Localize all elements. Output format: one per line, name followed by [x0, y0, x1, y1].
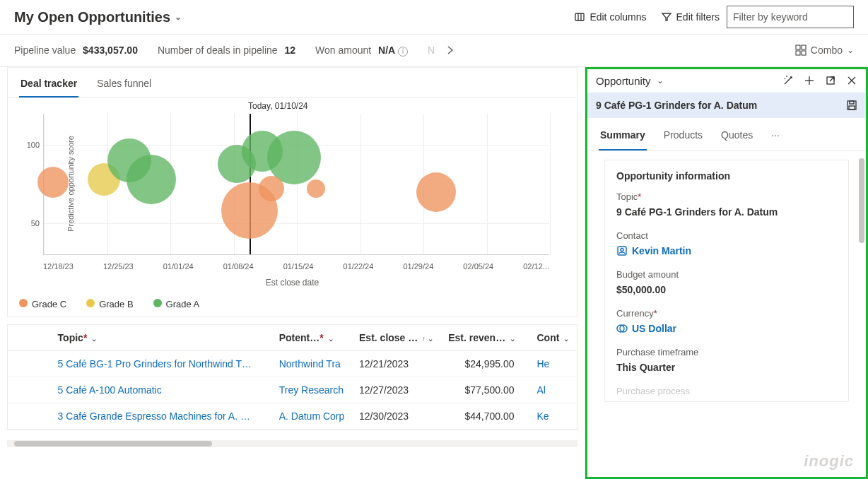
popout-icon[interactable] — [825, 75, 836, 86]
view-mode-selector[interactable]: Combo ⌄ — [795, 45, 854, 56]
legend-item[interactable]: Grade B — [86, 299, 133, 309]
today-label: Today, 01/10/24 — [248, 101, 308, 111]
field-label: Contact — [616, 230, 837, 241]
metric-pipeline: Pipeline value $433,057.00 — [14, 45, 138, 56]
chevron-down-icon[interactable]: ⌄ — [657, 76, 664, 85]
bubble-point[interactable] — [127, 155, 176, 204]
chart-legend: Grade CGrade BGrade A — [8, 292, 577, 317]
panel-tabs: Summary Products Quotes ··· — [587, 118, 866, 151]
next-arrow-icon[interactable] — [445, 45, 455, 55]
field-contact[interactable]: Contact Kevin Martin — [616, 230, 837, 256]
bubble-point[interactable] — [259, 176, 284, 201]
svg-marker-3 — [662, 13, 671, 20]
column-header[interactable]: Topic* ⌄ — [52, 325, 274, 351]
field-budget[interactable]: Budget amount $50,000.00 — [616, 269, 837, 295]
x-tick: 12/25/23 — [103, 262, 134, 271]
metric-next: N — [428, 45, 435, 56]
legend-item[interactable]: Grade A — [153, 299, 200, 309]
cell-close: 12/30/2023 — [353, 403, 442, 429]
cell-contact[interactable]: Ke — [531, 403, 577, 429]
x-tick: 01/01/24 — [163, 262, 194, 271]
panel-tab-products[interactable]: Products — [662, 125, 704, 150]
panel-tab-summary[interactable]: Summary — [599, 125, 647, 150]
metrics-bar: Pipeline value $433,057.00 Number of dea… — [0, 35, 868, 67]
record-title-bar: 9 Café PG-1 Grinders for A. Datum — [587, 93, 866, 118]
chart-tabs: Deal tracker Sales funnel — [8, 68, 577, 98]
cell-revenue: $24,995.00 — [442, 350, 531, 377]
columns-icon — [574, 11, 585, 23]
field-value: $50,000.00 — [616, 284, 666, 295]
column-header[interactable]: Est. close … ↑ ⌄ — [353, 325, 442, 351]
field-timeframe[interactable]: Purchase timeframe This Quarter — [616, 347, 837, 373]
cell-contact[interactable]: Al — [531, 377, 577, 403]
metric-value: 12 — [284, 45, 295, 56]
wand-icon[interactable] — [782, 75, 794, 86]
bubble-point[interactable] — [416, 172, 456, 212]
column-header[interactable]: Est. reven… ⌄ — [442, 325, 531, 351]
bubble-point[interactable] — [307, 179, 325, 198]
panel-tab-more[interactable]: ··· — [770, 125, 781, 150]
edit-filters-button[interactable]: Edit filters — [654, 7, 727, 27]
svg-rect-6 — [796, 51, 800, 55]
field-label: Currency — [616, 308, 654, 319]
bubble-chart: Today, 01/10/24 Predictive opportunity s… — [8, 98, 577, 292]
cell-customer[interactable]: A. Datum Corp — [274, 403, 353, 429]
field-currency[interactable]: Currency* US Dollar — [616, 308, 837, 334]
cell-customer[interactable]: Northwind Tra — [274, 350, 353, 377]
svg-rect-5 — [802, 45, 806, 49]
panel-entity-label: Opportunity — [596, 75, 651, 87]
info-icon[interactable]: i — [398, 47, 408, 57]
field-value: Kevin Martin — [632, 245, 691, 256]
y-tick: 50 — [31, 219, 40, 227]
currency-icon — [616, 323, 628, 334]
cell-revenue: $77,500.00 — [442, 377, 531, 403]
tab-sales-funnel[interactable]: Sales funnel — [95, 72, 153, 97]
column-header[interactable]: Cont ⌄ — [531, 325, 577, 351]
edit-columns-button[interactable]: Edit columns — [567, 7, 653, 27]
metric-value: N/A — [378, 45, 395, 56]
x-tick: 01/22/24 — [344, 262, 374, 271]
view-mode-label: Combo — [811, 45, 843, 56]
close-icon[interactable] — [846, 75, 857, 86]
legend-item[interactable]: Grade C — [19, 299, 66, 309]
opportunity-side-panel: Opportunity ⌄ 9 Café PG-1 Grinders for A… — [585, 67, 868, 480]
deal-tracker-card: Deal tracker Sales funnel Today, 01/10/2… — [7, 67, 577, 317]
table-row[interactable]: 5 Café BG-1 Pro Grinders for Northwind T… — [8, 350, 577, 377]
x-tick: 02/12... — [523, 262, 549, 271]
combo-icon — [795, 45, 807, 56]
filter-icon — [661, 11, 672, 23]
x-tick: 12/18/23 — [43, 262, 74, 271]
plus-icon[interactable] — [804, 75, 815, 86]
vertical-scrollbar[interactable] — [859, 158, 864, 243]
table-row[interactable]: 5 Café A-100 AutomaticTrey Research12/27… — [8, 377, 577, 403]
cell-contact[interactable]: He — [531, 350, 577, 377]
bubble-point[interactable] — [37, 167, 69, 198]
panel-tab-quotes[interactable]: Quotes — [720, 125, 754, 150]
record-title: 9 Café PG-1 Grinders for A. Datum — [596, 100, 757, 111]
filter-placeholder: Filter by keyword — [733, 11, 808, 23]
metric-label: Pipeline value — [14, 45, 76, 56]
horizontal-scrollbar[interactable] — [7, 440, 577, 447]
tab-deal-tracker[interactable]: Deal tracker — [19, 72, 78, 97]
field-topic[interactable]: Topic* 9 Café PG-1 Grinders for A. Datum — [616, 191, 837, 218]
save-icon[interactable] — [846, 100, 857, 111]
cell-customer[interactable]: Trey Research — [274, 377, 353, 403]
cell-revenue: $44,700.00 — [442, 403, 531, 429]
cell-topic[interactable]: 5 Café A-100 Automatic — [52, 377, 274, 403]
chevron-down-icon: ⌄ — [175, 12, 182, 22]
field-process[interactable]: Purchase process — [616, 386, 837, 396]
svg-rect-7 — [802, 51, 806, 55]
svg-rect-4 — [796, 45, 800, 49]
filter-keyword-input[interactable]: Filter by keyword — [727, 6, 854, 28]
metric-value: $433,057.00 — [83, 45, 138, 56]
x-tick: 01/29/24 — [403, 262, 433, 271]
view-title-selector[interactable]: My Open Opportunities ⌄ — [14, 9, 182, 25]
cell-topic[interactable]: 5 Café BG-1 Pro Grinders for Northwind T… — [52, 350, 274, 377]
view-title: My Open Opportunities — [14, 9, 170, 25]
table-row[interactable]: 3 Café Grande Espresso Machines for A. …… — [8, 403, 577, 429]
lookup-value[interactable]: US Dollar — [616, 323, 837, 334]
lookup-value[interactable]: Kevin Martin — [616, 245, 837, 256]
cell-topic[interactable]: 3 Café Grande Espresso Machines for A. … — [52, 403, 274, 429]
column-header[interactable]: Potent…* ⌄ — [274, 325, 353, 351]
panel-body: Opportunity information Topic* 9 Café PG… — [587, 151, 866, 478]
